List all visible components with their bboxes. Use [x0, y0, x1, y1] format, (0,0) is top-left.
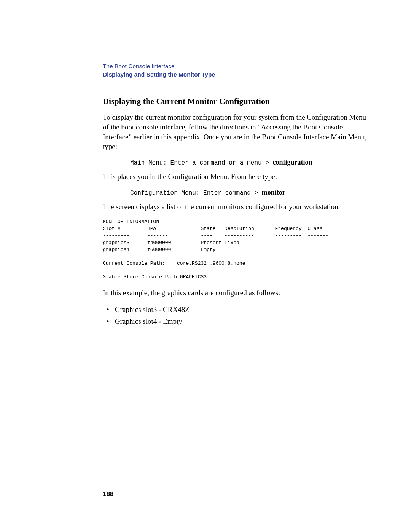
footer-divider: [103, 487, 371, 487]
subsection-heading: Displaying the Current Monitor Configura…: [103, 96, 371, 106]
paragraph: In this example, the graphics cards are …: [103, 288, 371, 298]
paragraph: The screen displays a list of the curren…: [103, 202, 371, 212]
list-item: Graphics slot3 - CRX48Z: [103, 304, 371, 315]
paragraph: To display the current monitor configura…: [103, 112, 371, 152]
bullet-list: Graphics slot3 - CRX48Z Graphics slot4 -…: [103, 304, 371, 327]
command-input: configuration: [272, 158, 312, 166]
command-example: Configuration Menu: Enter command > moni…: [130, 189, 371, 197]
section-title: Displaying and Setting the Monitor Type: [103, 71, 371, 78]
command-prompt: Configuration Menu: Enter command >: [130, 190, 262, 197]
terminal-output: MONITOR INFORMATION Slot # HPA State Res…: [103, 219, 371, 281]
list-item: Graphics slot4 - Empty: [103, 316, 371, 327]
command-prompt: Main Menu: Enter a command or a menu >: [130, 160, 272, 166]
document-page: The Boot Console Interface Displaying an…: [0, 0, 411, 532]
command-input: monitor: [262, 189, 285, 196]
command-example: Main Menu: Enter a command or a menu > c…: [130, 158, 371, 166]
paragraph: This places you in the Configuration Men…: [103, 172, 371, 182]
chapter-title: The Boot Console Interface: [103, 63, 371, 70]
page-number: 188: [103, 490, 113, 498]
